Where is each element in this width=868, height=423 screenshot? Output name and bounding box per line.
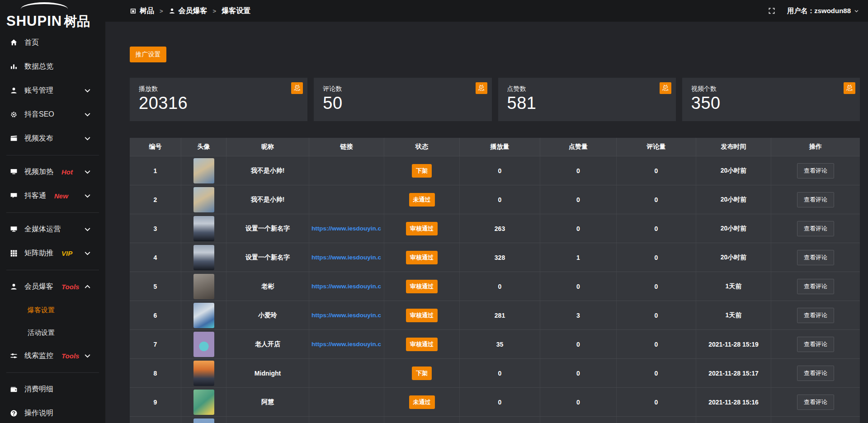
publish-time-cell	[696, 417, 771, 423]
sidebar-item-操作说明[interactable]: 操作说明	[0, 401, 105, 423]
fullscreen-icon	[768, 7, 775, 14]
column-header-操作: 操作	[771, 138, 860, 156]
view-comments-button[interactable]: 查看评论	[797, 366, 834, 381]
video-link[interactable]: https://www.iesdouyin.c	[311, 341, 381, 348]
chevron-down-icon	[84, 352, 91, 360]
view-comments-button[interactable]: 查看评论	[797, 163, 834, 179]
breadcrumb-item[interactable]: 树品	[130, 6, 154, 16]
avatar-cell	[181, 185, 226, 214]
sidebar-item-label: 视频加热	[24, 167, 53, 177]
avatar	[193, 418, 214, 423]
user-icon	[10, 283, 18, 291]
stat-label: 视频个数	[691, 85, 851, 93]
action-cell: 查看评论	[771, 301, 860, 329]
help-icon	[10, 409, 18, 417]
link-cell	[309, 359, 384, 387]
sidebar-item-首页[interactable]: 首页	[0, 31, 105, 55]
sidebar-item-抖客通[interactable]: 抖客通New	[0, 184, 105, 208]
table-row: 1我不是小帅!下架00020小时前查看评论	[130, 156, 860, 185]
video-link[interactable]: https://www.iesdouyin.c	[311, 283, 381, 290]
video-link[interactable]: https://www.iesdouyin.c	[311, 254, 381, 261]
view-comments-button[interactable]: 查看评论	[797, 192, 834, 207]
sidebar-item-数据总览[interactable]: 数据总览	[0, 55, 105, 79]
sidebar-item-矩阵助推[interactable]: 矩阵助推VIP	[0, 241, 105, 265]
comments-cell: 0	[617, 185, 696, 214]
chevron-down-icon	[84, 168, 91, 176]
sidebar-item-label: 矩阵助推	[24, 249, 53, 258]
breadcrumb-item[interactable]: 爆客设置	[222, 6, 250, 16]
sidebar-subitem-爆客设置[interactable]: 爆客设置	[0, 299, 105, 321]
gear-icon	[10, 111, 18, 118]
table-row	[130, 416, 860, 423]
breadcrumb: 树品>会员爆客>爆客设置	[130, 6, 250, 16]
avatar	[193, 216, 214, 241]
link-cell: https://www.iesdouyin.c	[309, 272, 384, 301]
column-header-编号: 编号	[130, 138, 181, 156]
link-cell: https://www.iesdouyin.c	[309, 243, 384, 272]
video-link[interactable]: https://www.iesdouyin.c	[311, 225, 381, 232]
nickname-cell: 设置一个新名字	[226, 243, 309, 272]
action-cell: 查看评论	[771, 272, 860, 301]
sidebar-item-线索监控[interactable]: 线索监控Tools	[0, 344, 105, 368]
sidebar-item-label: 消费明细	[24, 385, 53, 394]
sidebar-item-label: 全媒体运营	[24, 225, 61, 234]
nickname-cell	[226, 417, 309, 423]
sidebar-item-消费明细[interactable]: 消费明细	[0, 377, 105, 401]
table-row: 4设置一个新名字https://www.iesdouyin.c审核通过32810…	[130, 243, 860, 272]
view-comments-button[interactable]: 查看评论	[797, 308, 834, 323]
status-badge: 审核通过	[406, 309, 438, 322]
comments-cell	[617, 417, 696, 423]
view-comments-button[interactable]: 查看评论	[797, 279, 834, 294]
table-row: 6小爱玲https://www.iesdouyin.c审核通过281301天前查…	[130, 301, 860, 329]
table-row: 2我不是小帅!未通过00020小时前查看评论	[130, 185, 860, 214]
status-cell: 下架	[384, 359, 460, 387]
column-header-状态: 状态	[384, 138, 460, 156]
sidebar-divider	[6, 270, 99, 270]
nickname-cell: 小爱玲	[226, 301, 309, 329]
link-cell	[309, 156, 384, 185]
link-cell	[309, 388, 384, 416]
sidebar-item-badge: Hot	[61, 168, 73, 176]
fullscreen-button[interactable]	[768, 7, 775, 14]
sidebar-item-抖音SEO[interactable]: 抖音SEO	[0, 103, 105, 127]
sidebar-item-label: 线索监控	[24, 351, 53, 361]
promo-settings-button[interactable]: 推广设置	[130, 47, 166, 62]
view-comments-button[interactable]: 查看评论	[797, 395, 834, 410]
view-comments-button[interactable]: 查看评论	[797, 221, 834, 236]
action-cell: 查看评论	[771, 359, 860, 387]
username-label: 用户名：zswodun88	[787, 7, 851, 15]
chevron-down-icon	[84, 249, 91, 257]
row-number-cell: 4	[130, 243, 181, 272]
view-comments-button[interactable]: 查看评论	[797, 250, 834, 265]
status-cell: 未通过	[384, 388, 460, 416]
sidebar-divider	[6, 212, 99, 213]
sidebar-item-会员爆客[interactable]: 会员爆客Tools	[0, 275, 105, 299]
sidebar-item-账号管理[interactable]: 账号管理	[0, 79, 105, 103]
sidebar-subitem-活动设置[interactable]: 活动设置	[0, 321, 105, 344]
chevron-down-icon	[84, 87, 91, 94]
caret-slot	[854, 7, 859, 15]
column-header-发布时间: 发布时间	[696, 138, 771, 156]
likes-cell: 0	[540, 214, 617, 243]
breadcrumb-label: 会员爆客	[179, 6, 208, 16]
avatar	[193, 274, 214, 299]
caret-down-icon	[854, 9, 859, 14]
status-badge: 未通过	[409, 193, 435, 207]
sidebar-item-label: 抖音SEO	[24, 110, 54, 119]
total-badge: 总	[291, 82, 303, 94]
sidebar-item-全媒体运营[interactable]: 全媒体运营	[0, 217, 105, 241]
video-link[interactable]: https://www.iesdouyin.c	[311, 312, 381, 319]
sidebar-menu: 首页数据总览账号管理抖音SEO视频发布视频加热Hot抖客通New全媒体运营矩阵助…	[0, 31, 105, 423]
logo-arc	[21, 2, 68, 9]
view-comments-button[interactable]: 查看评论	[797, 337, 834, 352]
breadcrumb-item[interactable]: 会员爆客	[169, 6, 208, 16]
user-menu[interactable]: 用户名：zswodun88	[787, 7, 859, 15]
likes-cell: 0	[540, 359, 617, 387]
sidebar-item-label: 操作说明	[24, 409, 53, 418]
likes-cell: 0	[540, 272, 617, 301]
sidebar-item-视频加热[interactable]: 视频加热Hot	[0, 160, 105, 184]
avatar-cell	[181, 301, 226, 329]
avatar	[193, 332, 214, 357]
sidebar-item-视频发布[interactable]: 视频发布	[0, 127, 105, 150]
plays-cell: 0	[460, 388, 540, 416]
